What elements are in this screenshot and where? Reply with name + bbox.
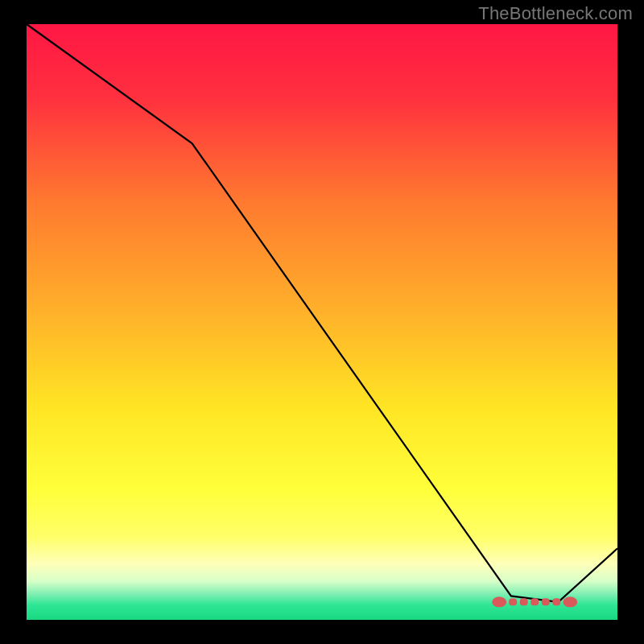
chart-frame: TheBottleneck.com [0,0,644,644]
cap-right [563,597,577,607]
watermark-text: TheBottleneck.com [478,3,633,24]
marker-dash [509,598,517,605]
cap-left [492,597,506,607]
marker-dash [530,598,539,605]
chart-svg [0,0,644,644]
plot-background [27,24,617,620]
marker-dash [542,598,550,605]
marker-dash [552,598,560,605]
marker-dash [520,598,528,605]
